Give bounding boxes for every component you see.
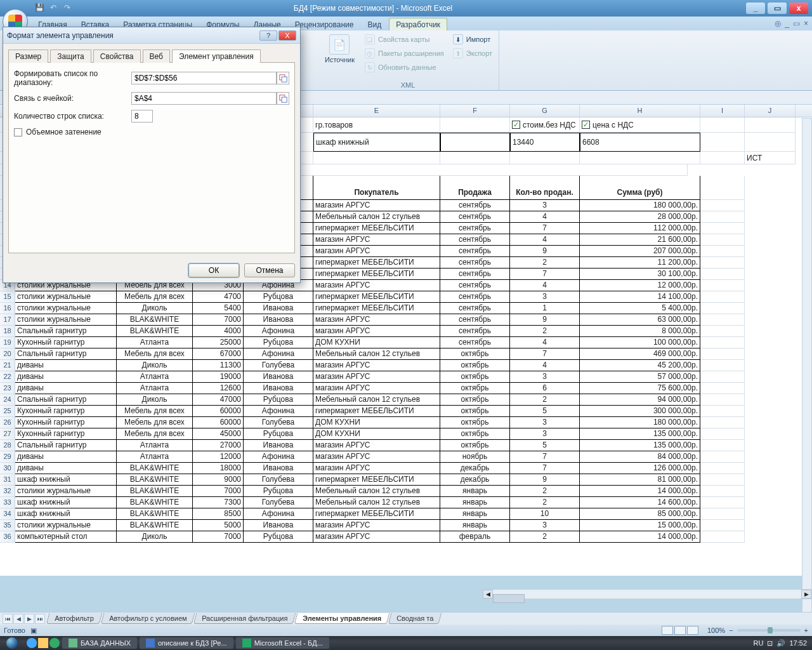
view-pagebreak-icon[interactable] — [687, 626, 698, 635]
hscroll-thumb[interactable] — [493, 594, 525, 603]
table-row[interactable]: 35столики журнальныеBLAK&WHITE5000Иванов… — [0, 520, 812, 531]
table-row[interactable]: 22диваныАтланта19000Ивановамагазин АРГУС… — [0, 371, 812, 383]
col-header-I[interactable]: I — [700, 105, 745, 117]
tray-network-icon[interactable]: ⊡ — [767, 639, 773, 647]
col-header-J[interactable]: J — [745, 105, 796, 117]
dialog-tab-protect[interactable]: Защита — [50, 50, 91, 63]
ribbon-refresh-button[interactable]: ↻Обновить данные — [363, 61, 445, 74]
zoom-level[interactable]: 100% — [707, 627, 725, 634]
shade-checkbox[interactable] — [14, 128, 22, 136]
link-input[interactable] — [131, 92, 277, 105]
dialog-titlebar[interactable]: Формат элемента управления ? X — [3, 27, 300, 44]
table-row[interactable]: 31шкаф книжныйBLAK&WHITE9000Голубевагипе… — [0, 474, 812, 486]
taskbar-item-2[interactable]: описание к БДЗ [Ре... — [140, 637, 233, 649]
ribbon-map-props-button[interactable]: ❏Свойства карты — [363, 33, 445, 46]
table-row[interactable]: 20Спальный гарнитурМебель для всех67000А… — [0, 348, 812, 360]
taskbar-ie-icon[interactable] — [27, 638, 37, 648]
cell-j-value[interactable]: ИСТ — [745, 152, 796, 164]
ribbon-ext-packs-button[interactable]: ◷Пакеты расширения — [363, 47, 445, 60]
window-restore-button[interactable]: ▭ — [768, 3, 787, 14]
table-row[interactable]: 16столики журнальныеДиколь5400Ивановагип… — [0, 303, 812, 314]
table-row[interactable]: 33шкаф книжныйBLAK&WHITE7300ГолубеваМебе… — [0, 497, 812, 508]
hscroll-right-icon[interactable]: ▶ — [801, 590, 811, 599]
zoom-out-button[interactable]: − — [729, 627, 733, 634]
sheet-first-icon[interactable]: ⏮ — [3, 614, 13, 624]
mdi-close-icon[interactable]: × — [804, 19, 808, 28]
dialog-tab-size[interactable]: Размер — [8, 50, 48, 63]
vertical-scrollbar[interactable] — [802, 118, 812, 613]
table-row[interactable]: 23диваныАтланта12600Ивановамагазин АРГУС… — [0, 383, 812, 394]
table-row[interactable]: 26Кухонный гарнитурМебель для всех60000Г… — [0, 417, 812, 428]
table-row[interactable]: 32столики журнальныеBLAK&WHITE7000Рубцов… — [0, 486, 812, 497]
start-button[interactable] — [0, 636, 24, 650]
ribbon-import-button[interactable]: ⬇Импорт — [452, 33, 494, 46]
qat-undo-icon[interactable]: ↶ — [48, 3, 58, 13]
table-row[interactable]: 28Спальный гарнитурАтланта27000Ивановама… — [0, 440, 812, 451]
sheet-tab-advanced-filter[interactable]: Расширенная фильтрация — [193, 613, 296, 624]
table-row[interactable]: 15столики журнальныеМебель для всех4700Р… — [0, 291, 812, 303]
taskbar-item-1[interactable]: БАЗА ДАННЫХ — [62, 637, 137, 649]
sheet-tab-pivot[interactable]: Сводная та — [388, 613, 442, 624]
col-header-H[interactable]: H — [580, 105, 700, 117]
tray-lang[interactable]: RU — [754, 639, 764, 647]
dialog-close-button[interactable]: X — [278, 30, 296, 41]
dialog-tab-web[interactable]: Веб — [143, 50, 170, 63]
col-header-F[interactable]: F — [440, 105, 510, 117]
checkbox-price-with-vat[interactable]: ✓цена с НДС — [580, 117, 700, 133]
tray-volume-icon[interactable]: 🔊 — [776, 639, 785, 647]
table-row[interactable]: 34шкаф книжныйBLAK&WHITE8500Афонинагипер… — [0, 508, 812, 520]
ribbon-source-button[interactable]: 📄 Источник — [322, 33, 357, 74]
col-header-E[interactable]: E — [313, 105, 440, 117]
col-header-G[interactable]: G — [510, 105, 580, 117]
zoom-in-button[interactable]: + — [804, 627, 808, 634]
sheet-prev-icon[interactable]: ◀ — [13, 614, 23, 624]
table-row[interactable]: 29диваныАтланта12000Афонинамагазин АРГУС… — [0, 451, 812, 463]
ribbon-export-button[interactable]: ⬆Экспорт — [452, 47, 494, 60]
sheet-tab-autofilter[interactable]: Автофильтр — [46, 613, 102, 624]
qat-redo-icon[interactable]: ↷ — [62, 3, 72, 13]
taskbar-media-icon[interactable] — [49, 638, 60, 648]
cell-price-value[interactable]: 6608 — [580, 133, 700, 152]
view-normal-icon[interactable] — [662, 626, 673, 635]
tab-developer[interactable]: Разработчик — [389, 18, 447, 30]
lines-input[interactable] — [131, 110, 153, 123]
zoom-slider[interactable] — [737, 629, 801, 632]
table-row[interactable]: 27Кухонный гарнитурМебель для всех45000Р… — [0, 428, 812, 440]
table-row[interactable]: 17столики журнальныеBLAK&WHITE7000Иванов… — [0, 314, 812, 326]
taskbar-explorer-icon[interactable] — [38, 638, 48, 648]
checkbox-cost-no-vat[interactable]: ✓стоим.без НДС — [510, 117, 580, 133]
range-ref-button[interactable] — [277, 72, 289, 84]
help-icon[interactable]: ◎ — [775, 19, 781, 28]
table-row[interactable]: 18Спальный гарнитурBLAK&WHITE4000Афонина… — [0, 326, 812, 337]
cell-cost-value[interactable]: 13440 — [510, 133, 580, 152]
window-minimize-button[interactable]: _ — [746, 3, 765, 14]
cell-group-label[interactable]: гр.товаров — [313, 117, 440, 133]
sheet-tab-controls[interactable]: Элементы управления — [294, 613, 390, 624]
dialog-tab-props[interactable]: Свойства — [93, 50, 141, 63]
table-row[interactable]: 24Спальный гарнитурДиколь47000РубцоваМеб… — [0, 394, 812, 406]
dialog-tab-control[interactable]: Элемент управления — [172, 50, 261, 63]
sheet-last-icon[interactable]: ⏭ — [35, 614, 45, 624]
hscroll-left-icon[interactable]: ◀ — [483, 590, 493, 599]
dialog-cancel-button[interactable]: Отмена — [244, 263, 295, 277]
qat-save-icon[interactable]: 💾 — [34, 3, 44, 13]
cell-selected-item[interactable]: шкаф книжный — [313, 133, 440, 152]
range-input[interactable] — [131, 72, 277, 84]
table-row[interactable]: 21диваныДиколь11300Голубевамагазин АРГУС… — [0, 360, 812, 371]
tab-view[interactable]: Вид — [361, 18, 388, 30]
mdi-minimize-icon[interactable]: _ — [785, 19, 789, 28]
sheet-next-icon[interactable]: ▶ — [24, 614, 34, 624]
macro-record-icon[interactable]: ▣ — [30, 627, 37, 635]
dialog-help-button[interactable]: ? — [259, 30, 277, 41]
table-row[interactable]: 36компьютерный столДиколь7000Рубцовамага… — [0, 531, 812, 543]
dialog-ok-button[interactable]: ОК — [188, 263, 239, 277]
table-row[interactable]: 19Кухонный гарнитурАтланта25000РубцоваДО… — [0, 337, 812, 348]
view-layout-icon[interactable] — [674, 626, 686, 635]
horizontal-scrollbar[interactable]: ◀ ▶ — [482, 589, 812, 599]
window-close-button[interactable]: x — [789, 3, 808, 14]
taskbar-item-3[interactable]: Microsoft Excel - БД... — [236, 637, 329, 649]
table-row[interactable]: 30диваныBLAK&WHITE18000Ивановамагазин АР… — [0, 463, 812, 474]
sheet-tab-autofilter-cond[interactable]: Автофильтр с условием — [100, 613, 195, 624]
mdi-restore-icon[interactable]: ▭ — [793, 19, 800, 28]
table-row[interactable]: 25Кухонный гарнитурМебель для всех60000А… — [0, 406, 812, 417]
